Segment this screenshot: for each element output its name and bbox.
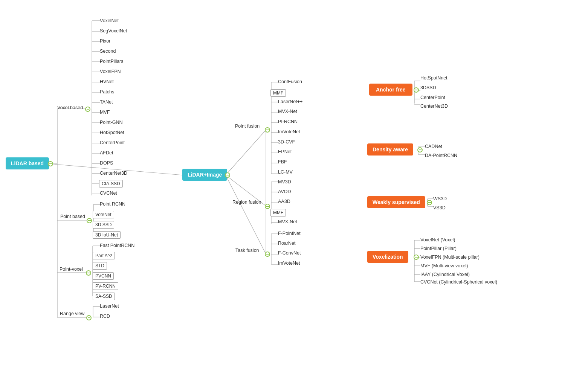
af-item-0: HotSpotNnet [420,75,447,81]
point-item-2: 3D SSD [93,221,114,229]
voxel-item-7: Patchs [100,89,114,95]
anchor-free-collapse[interactable] [414,87,419,93]
point-voxel-label: Point-voxel [60,267,83,272]
point-item-3: 3D IoU-Net [93,231,121,239]
vox-item-2: VoxelFPN (Multi-scale pillar) [420,255,480,260]
pf-item-0: ContFusion [278,79,302,84]
lidar-based-label: LiDAR based [11,160,44,166]
tf-item-0: F-PointNet [278,231,301,236]
range-view-collapse[interactable] [86,315,92,320]
voxelization-label: Voxelization [373,254,403,260]
pv-item-0: Fast PointRCNN [100,243,134,248]
ws-item-1: VS3D [433,205,446,210]
pf-item-6: 3D-CVF [278,139,295,145]
lidar-image-collapse[interactable] [225,172,230,178]
tf-item-1: RoarNet [278,241,296,246]
rf-item-0: MV3D [278,179,291,184]
voxel-item-4: PointPillars [100,59,124,64]
pf-item-3: MVX-Net [278,109,297,114]
voxel-item-16: CIA-SSD [99,180,123,188]
pf-item-2: LaserNet++ [278,99,302,104]
lidar-based-node[interactable]: LiDAR based [6,157,49,169]
tf-item-2: F-ConvNet [278,250,301,256]
voxel-item-8: TANet [100,99,113,105]
task-fusion-collapse[interactable] [265,252,270,257]
density-aware-node[interactable]: Density aware [367,143,413,156]
task-fusion-label: Task fusion [235,248,259,253]
voxel-item-15: CenterNet3D [100,171,127,176]
point-fusion-collapse[interactable] [265,127,270,133]
pf-item-5: ImVoteNet [278,129,300,134]
voxelization-node[interactable]: Voxelization [367,251,408,263]
voxel-item-3: Second [100,49,116,54]
pv-item-2: STD [93,262,107,270]
tf-item-3: ImVoteNet [278,261,300,266]
point-item-0: Point RCNN [100,201,125,207]
voxelization-collapse[interactable] [414,255,419,260]
point-based-collapse[interactable] [87,218,92,223]
rf-item-1: AVOD [278,189,291,194]
vox-item-5: CVCNet (Cylindrical-Spherical voxel) [420,279,497,285]
density-aware-label: Density aware [373,146,408,152]
voxel-item-13: AFDet [100,150,113,156]
pv-item-3: PVCNN [93,272,114,280]
af-item-2: CenterPoint [420,95,445,100]
voxel-item-11: HotSpotNet [100,130,124,135]
voxel-item-14: DOPS [100,160,113,166]
anchor-free-label: Anchor free [376,87,406,93]
voxel-item-17: CVCNet [100,191,117,196]
range-view-label: Range view [60,311,84,316]
region-fusion-collapse[interactable] [265,204,270,209]
voxel-item-9: MVF [100,110,110,115]
density-aware-collapse[interactable] [417,147,423,152]
af-item-3: CenterNet3D [420,104,448,109]
lidar-based-collapse[interactable] [48,161,53,166]
pf-item-8: FBF [278,159,287,165]
pv-item-5: SA-SSD [93,293,115,300]
point-item-1: VoteNet [93,211,114,218]
point-fusion-label: Point fusion [235,123,260,129]
rf-item-3: MMF [270,209,286,216]
af-item-1: 3DSSD [420,85,436,90]
weakly-supervised-node[interactable]: Weakly supervised [367,196,425,208]
anchor-free-node[interactable]: Anchor free [369,84,412,96]
voxel-item-10: Point-GNN [100,120,122,125]
point-voxel-collapse[interactable] [86,270,91,276]
rf-item-2: AA3D [278,199,290,204]
svg-line-45 [226,175,266,254]
lidar-image-label: LiDAR+Image [188,172,222,178]
voxel-item-6: HVNet [100,79,114,84]
vox-item-0: VoxelNet (Voxel) [420,237,455,242]
pf-item-1: MMF [270,89,286,97]
rv-item-0: LaserNet [100,303,119,309]
voxel-based-collapse[interactable] [85,107,90,112]
pv-item-4: PV-RCNN [93,282,118,290]
vox-item-4: IAAY (Cylindrical Voxel) [420,272,470,277]
pf-item-9: LC-MV [278,169,293,175]
voxel-item-0: VoxelNet [100,18,119,23]
voxel-item-12: CenterPoint [100,140,125,145]
diagram: LiDAR based LiDAR+Image Anchor free Dens… [0,0,588,372]
da-item-0: CADNet [425,144,442,149]
voxel-item-1: SegVoxelNet [100,28,127,34]
vox-item-1: PointPillar (Pillar) [420,246,457,251]
rv-item-1: RCD [100,314,110,319]
svg-line-43 [226,130,266,175]
rf-item-4: MVX-Net [278,219,297,224]
weakly-supervised-label: Weakly supervised [373,199,420,205]
pv-item-1: Part A^2 [93,252,115,259]
point-based-label: Point based [60,214,85,219]
voxel-based-label: Voxel based [57,105,83,110]
pf-item-7: EPNet [278,149,292,154]
da-item-1: DA-PointRCNN [425,153,457,158]
ws-item-0: WS3D [433,196,447,201]
vox-item-3: MVF (Multi-view voxel) [420,263,468,268]
region-fusion-label: Region fusion [232,200,261,205]
weakly-supervised-collapse[interactable] [427,200,432,205]
voxel-item-5: VoxelFPN [100,69,121,74]
voxel-item-2: Pixor [100,38,110,44]
pf-item-4: PI-RCNN [278,119,298,124]
lidar-image-node[interactable]: LiDAR+Image [182,169,227,181]
